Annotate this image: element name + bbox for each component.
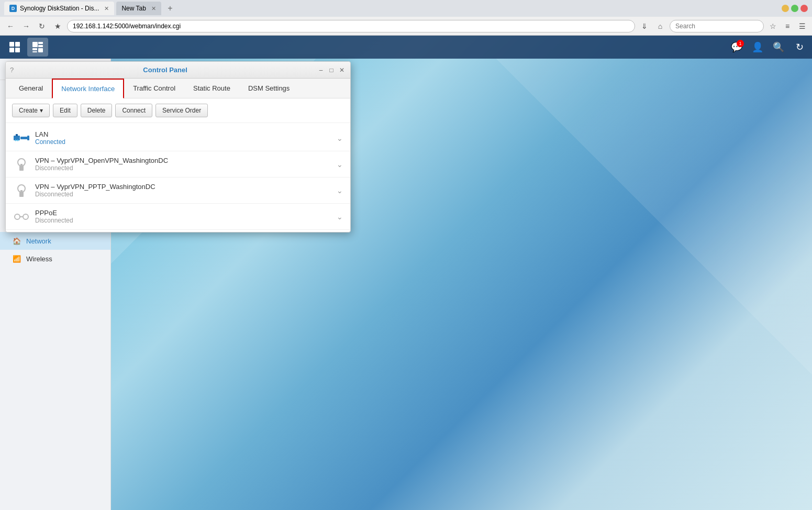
vpn2-info: VPN – VyprVPN_PPTP_WashingtonDC Disconne…: [35, 183, 337, 198]
cp-close-button[interactable]: ✕: [338, 66, 346, 74]
create-button[interactable]: Create: [12, 104, 50, 117]
cp-maximize-button[interactable]: □: [327, 66, 336, 74]
minimize-button[interactable]: [782, 5, 789, 12]
lan-status: Connected: [35, 138, 337, 146]
pppoe-info: PPPoE Disconnected: [35, 209, 337, 224]
dsm-workspace: ? Control Panel – □ ✕ General: [0, 59, 812, 510]
svg-rect-6: [38, 45, 43, 47]
vpn2-svg-icon: [14, 183, 29, 198]
dsm-apps-button[interactable]: [4, 38, 25, 57]
svg-rect-4: [32, 42, 38, 47]
control-panel-toolbar: Create Edit Delete Connect: [6, 98, 350, 123]
connect-button[interactable]: Connect: [115, 104, 152, 117]
tab-favicon: D: [9, 5, 17, 12]
vpn1-info: VPN – VyprVPN_OpenVPN_WashingtonDC Disco…: [35, 157, 337, 172]
toolbar-icons: ☆ ≡ ☰: [767, 20, 808, 32]
svg-rect-18: [20, 164, 23, 167]
svg-rect-2: [9, 48, 14, 52]
vpn1-chevron-icon[interactable]: ⌄: [337, 160, 343, 169]
back-button[interactable]: ←: [4, 20, 17, 32]
control-panel-window: ? Control Panel – □ ✕ General: [5, 61, 351, 232]
pppoe-icon: [13, 211, 30, 223]
pppoe-name: PPPoE: [35, 209, 337, 217]
svg-rect-13: [16, 134, 18, 136]
vpn2-chevron-icon[interactable]: ⌄: [337, 186, 343, 195]
tab-general[interactable]: General: [10, 79, 52, 98]
interface-list: LAN Connected ⌄: [6, 123, 350, 232]
browser-tab-new[interactable]: New Tab ✕: [116, 2, 161, 15]
menu-icon[interactable]: ☰: [796, 20, 808, 32]
browser-window: D Synology DiskStation - Dis... ✕ New Ta…: [0, 0, 812, 510]
tab-title-new: New Tab: [121, 5, 146, 12]
tab-static-route[interactable]: Static Route: [184, 79, 239, 98]
refresh-button[interactable]: ↻: [36, 20, 48, 32]
svg-rect-21: [20, 190, 23, 193]
lan-svg-icon: [13, 132, 30, 144]
notification-badge: 1: [737, 40, 744, 47]
desktop: D Synology DiskStation - Dis... ✕ New Ta…: [0, 0, 812, 510]
vpn-svg-icon: [14, 157, 29, 172]
control-panel-icon: [31, 41, 44, 53]
svg-rect-7: [32, 48, 37, 50]
window-controls: [782, 5, 808, 12]
svg-point-23: [23, 214, 28, 219]
interface-item-vpn2[interactable]: VPN – VyprVPN_PPTP_WashingtonDC Disconne…: [6, 178, 350, 204]
tab-close-new[interactable]: ✕: [151, 5, 156, 12]
control-panel-titlebar: ? Control Panel – □ ✕: [6, 62, 350, 79]
vpn1-status: Disconnected: [35, 164, 337, 172]
browser-search-input[interactable]: [670, 20, 764, 32]
svg-rect-3: [15, 48, 20, 52]
home-nav-button[interactable]: ⌂: [654, 20, 666, 32]
service-order-button[interactable]: Service Order: [155, 104, 208, 117]
options-icon[interactable]: ↻: [791, 39, 808, 56]
tab-close-active[interactable]: ✕: [104, 5, 109, 12]
interface-item-lan[interactable]: LAN Connected ⌄: [6, 125, 350, 151]
lan-info: LAN Connected: [35, 130, 337, 146]
vpn1-icon: [13, 157, 30, 172]
lan-icon: [13, 132, 30, 144]
new-tab-button[interactable]: +: [163, 2, 177, 15]
tab-traffic-control[interactable]: Traffic Control: [124, 79, 184, 98]
edit-button[interactable]: Edit: [53, 104, 77, 117]
interface-item-pppoe[interactable]: PPPoE Disconnected ⌄: [6, 204, 350, 230]
address-bar[interactable]: [67, 20, 635, 32]
tab-network-interface[interactable]: Network Interface: [52, 79, 124, 98]
user-account-icon[interactable]: 👤: [749, 39, 766, 56]
pppoe-status: Disconnected: [35, 217, 337, 224]
svg-rect-5: [38, 42, 43, 44]
vpn2-icon: [13, 183, 30, 198]
svg-rect-8: [32, 51, 37, 52]
browser-tab-active[interactable]: D Synology DiskStation - Dis... ✕: [4, 2, 114, 15]
dsm-taskbar: 💬 1 👤 🔍 ↻: [0, 36, 812, 59]
delete-button[interactable]: Delete: [81, 104, 113, 117]
tab-dsm-settings[interactable]: DSM Settings: [239, 79, 298, 98]
browser-titlebar: D Synology DiskStation - Dis... ✕ New Ta…: [0, 0, 812, 17]
svg-rect-9: [38, 48, 43, 52]
control-panel-title: Control Panel: [14, 66, 317, 74]
tab-title-active: Synology DiskStation - Dis...: [20, 5, 99, 12]
maximize-button[interactable]: [791, 5, 798, 12]
bookmark-button[interactable]: ★: [51, 20, 64, 32]
cp-window-controls: – □ ✕: [317, 66, 346, 74]
bookmark-list-icon[interactable]: ≡: [782, 20, 793, 32]
search-taskbar-icon[interactable]: 🔍: [770, 39, 787, 56]
pppoe-chevron-icon[interactable]: ⌄: [337, 213, 343, 221]
dsm-control-panel-taskbar[interactable]: [27, 38, 48, 57]
help-icon[interactable]: ?: [10, 66, 14, 74]
close-button[interactable]: [800, 5, 808, 12]
browser-toolbar: ← → ↻ ★ ⇓ ⌂ ☆ ≡ ☰: [0, 17, 812, 36]
notifications-icon[interactable]: 💬 1: [728, 39, 745, 56]
vpn1-name: VPN – VyprVPN_OpenVPN_WashingtonDC: [35, 157, 337, 164]
lan-name: LAN: [35, 130, 337, 138]
svg-point-22: [15, 214, 20, 219]
svg-rect-1: [15, 42, 20, 47]
cp-minimize-button[interactable]: –: [317, 66, 325, 74]
download-icon[interactable]: ⇓: [638, 20, 651, 32]
taskbar-right-area: 💬 1 👤 🔍 ↻: [728, 39, 808, 56]
apps-grid-icon: [8, 41, 21, 53]
interface-item-vpn1[interactable]: VPN – VyprVPN_OpenVPN_WashingtonDC Disco…: [6, 151, 350, 178]
lan-chevron-icon[interactable]: ⌄: [337, 134, 343, 142]
star-icon[interactable]: ☆: [767, 20, 778, 32]
svg-point-14: [15, 139, 17, 141]
forward-button[interactable]: →: [20, 20, 32, 32]
